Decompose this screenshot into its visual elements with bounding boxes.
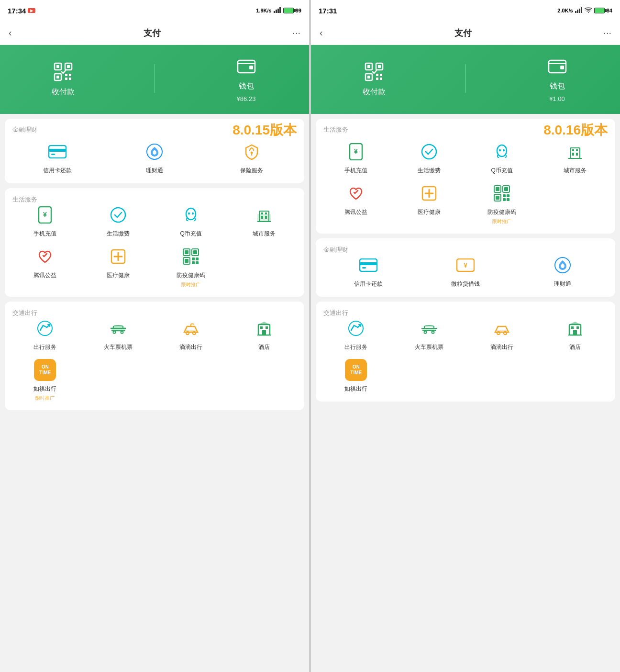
- svg-rect-55: [262, 330, 266, 335]
- service-life-fee-l[interactable]: 生活缴费: [86, 204, 151, 238]
- service-licaitong-r[interactable]: 理财通: [518, 254, 608, 288]
- svg-rect-3: [279, 7, 281, 13]
- svg-rect-102: [362, 267, 366, 269]
- service-didi-l[interactable]: 滴滴出行: [158, 317, 224, 351]
- service-ruqi-r[interactable]: ONTIME 如祺出行: [323, 359, 389, 393]
- right-time: 17:31: [319, 7, 337, 15]
- right-wallet-button[interactable]: 钱包 ¥1.00: [546, 55, 569, 102]
- service-health-code-l[interactable]: 防疫健康码 限时推广: [158, 246, 224, 288]
- right-battery-pct: 84: [607, 8, 612, 13]
- service-ruqi-l[interactable]: ONTIME 如祺出行 限时推广: [12, 359, 78, 402]
- service-city-label-l: 城市服务: [253, 230, 276, 238]
- svg-rect-98: [503, 198, 506, 201]
- service-train-l[interactable]: 火车票机票: [86, 317, 151, 351]
- svg-text:¥: ¥: [354, 147, 358, 155]
- service-charity-l[interactable]: 腾讯公益: [12, 246, 78, 288]
- svg-rect-93: [504, 187, 508, 191]
- service-city-label-r: 城市服务: [564, 167, 587, 175]
- service-charity-label-l: 腾讯公益: [33, 271, 56, 280]
- svg-rect-62: [581, 7, 582, 13]
- service-credit-card-r[interactable]: 信用卡还款: [323, 254, 413, 288]
- svg-rect-11: [69, 74, 71, 76]
- right-more-button[interactable]: ···: [603, 27, 611, 38]
- right-scroll[interactable]: 收付款 钱包 ¥1.00 生活服务 8.0.16版本: [311, 45, 620, 672]
- service-hotel-label-l: 酒店: [258, 343, 270, 351]
- svg-point-48: [38, 321, 52, 336]
- left-battery-pct: 99: [296, 8, 301, 13]
- service-phone-label-l: 手机充值: [33, 230, 56, 238]
- service-travel-r[interactable]: 出行服务: [323, 317, 389, 351]
- service-charity-r[interactable]: 腾讯公益: [323, 182, 389, 225]
- left-header-divider: [155, 64, 155, 93]
- service-health-code-r[interactable]: 防疫健康码 限时推广: [469, 182, 535, 225]
- service-travel-label-r: 出行服务: [344, 343, 367, 351]
- svg-text:¥: ¥: [43, 211, 47, 218]
- left-scroll[interactable]: 收付款 钱包 ¥86.23 金融理财 8.0.15版本: [0, 45, 309, 672]
- service-didi-label-l: 滴滴出行: [179, 343, 202, 351]
- svg-rect-44: [192, 258, 195, 260]
- service-hotel-l[interactable]: 酒店: [232, 317, 297, 351]
- service-train-label-r: 火车票机票: [415, 343, 443, 351]
- service-train-r[interactable]: 火车票机票: [397, 317, 462, 351]
- service-life-fee-r[interactable]: 生活缴费: [397, 141, 462, 175]
- svg-rect-45: [196, 258, 199, 260]
- service-licaitong[interactable]: 理财通: [110, 141, 199, 175]
- service-credit-card-label-r: 信用卡还款: [354, 280, 383, 288]
- right-status-bar: 17:31 2.0K/s 84: [311, 0, 620, 21]
- left-network-speed: 1.9K/s: [256, 8, 271, 13]
- service-health-code-label-r: 防疫健康码: [487, 208, 516, 216]
- svg-point-78: [497, 145, 507, 157]
- svg-rect-101: [360, 262, 377, 265]
- service-phone-recharge-r[interactable]: ¥ 手机充值: [323, 141, 389, 175]
- svg-point-111: [504, 332, 507, 335]
- svg-rect-113: [573, 330, 577, 335]
- svg-point-108: [432, 331, 434, 334]
- svg-rect-1: [276, 10, 277, 13]
- service-medical-l[interactable]: 医疗健康: [86, 246, 151, 288]
- left-battery: [283, 8, 294, 13]
- right-transport-title: 交通出行: [323, 309, 348, 316]
- svg-rect-69: [376, 74, 378, 76]
- svg-rect-17: [49, 149, 66, 152]
- service-city-l[interactable]: 城市服务: [232, 204, 297, 238]
- right-card-life: 生活服务 8.0.16版本 ¥ 手机充值 生活缴费: [316, 119, 615, 234]
- svg-rect-66: [378, 65, 381, 68]
- service-health-code-promo-l: 限时推广: [181, 281, 200, 288]
- service-phone-recharge-l[interactable]: ¥ 手机充值: [12, 204, 78, 238]
- service-hotel-r[interactable]: 酒店: [542, 317, 608, 351]
- svg-rect-30: [261, 216, 263, 219]
- service-didi-label-r: 滴滴出行: [490, 343, 513, 351]
- svg-rect-41: [193, 250, 197, 254]
- right-network-speed: 2.0K/s: [557, 8, 573, 13]
- service-travel-l[interactable]: 出行服务: [12, 317, 78, 351]
- svg-rect-47: [196, 261, 199, 264]
- right-scan-pay-button[interactable]: 收付款: [363, 60, 386, 97]
- service-microloan-r[interactable]: ¥ 微粒贷借钱: [421, 254, 510, 288]
- svg-point-77: [422, 145, 436, 159]
- service-city-r[interactable]: 城市服务: [542, 141, 608, 175]
- service-credit-card[interactable]: 信用卡还款: [12, 141, 102, 175]
- right-screen: 17:31 2.0K/s 84 ‹ 支付 ···: [311, 0, 620, 672]
- service-didi-r[interactable]: 滴滴出行: [469, 317, 535, 351]
- service-qq-coin-r[interactable]: Q币充值: [469, 141, 535, 175]
- left-wallet-balance: ¥86.23: [237, 95, 256, 102]
- left-card-finance: 金融理财 8.0.15版本 信用卡还款 理财通: [5, 119, 304, 183]
- service-medical-r[interactable]: 医疗健康: [397, 182, 462, 225]
- svg-rect-60: [577, 10, 578, 13]
- svg-text:¥: ¥: [464, 262, 467, 269]
- right-back-button[interactable]: ‹: [320, 27, 323, 38]
- service-insurance[interactable]: 保险服务: [207, 141, 297, 175]
- left-life-grid: ¥ 手机充值 生活缴费 Q币充值: [12, 204, 297, 288]
- svg-rect-13: [69, 78, 71, 80]
- svg-rect-56: [260, 326, 263, 329]
- left-scan-pay-button[interactable]: 收付款: [52, 60, 75, 97]
- service-hotel-label-r: 酒店: [569, 343, 581, 351]
- left-more-button[interactable]: ···: [292, 27, 300, 38]
- left-back-button[interactable]: ‹: [9, 27, 12, 38]
- left-scan-pay-label: 收付款: [52, 87, 75, 97]
- service-health-code-promo-r: 限时推广: [492, 218, 511, 225]
- svg-rect-33: [265, 213, 267, 214]
- svg-point-53: [193, 332, 196, 335]
- left-wallet-button[interactable]: 钱包 ¥86.23: [235, 55, 258, 102]
- service-qq-coin-l[interactable]: Q币充值: [158, 204, 224, 238]
